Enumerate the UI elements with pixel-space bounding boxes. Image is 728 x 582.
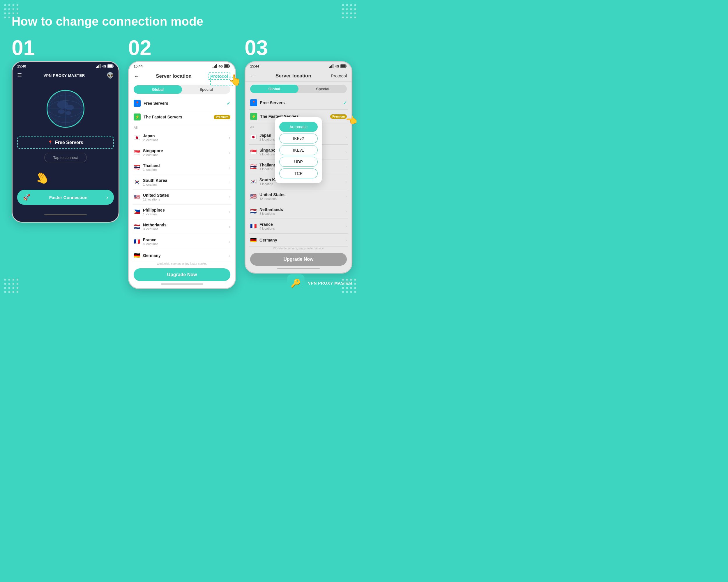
- server-item-fastest[interactable]: ⚡ The Fastest Servers Premium: [132, 110, 232, 124]
- germany-name-03: Germany: [259, 238, 342, 242]
- protocol-option-tcp[interactable]: TCP: [279, 168, 318, 178]
- country-item-japan-02[interactable]: 🇯🇵 Japan 2 locations ›: [132, 130, 232, 145]
- back-arrow-02[interactable]: ←: [134, 73, 139, 79]
- country-item-germany-03[interactable]: 🇩🇪 Germany ›: [249, 234, 348, 247]
- protocol-option-automatic[interactable]: Automatic: [279, 122, 318, 132]
- page-title: How to change connection mode: [11, 15, 353, 29]
- country-item-thailand-02[interactable]: 🇹🇭 Thailand 1 location ›: [132, 160, 232, 175]
- southkorea-sub-02: 1 location: [143, 183, 226, 186]
- svg-rect-28: [346, 65, 347, 67]
- tabs-row-03: Global Special: [250, 85, 347, 93]
- home-indicator-02: [161, 283, 203, 285]
- protocol-label-03[interactable]: Protocol: [331, 73, 347, 78]
- step-01-number: 01: [11, 37, 120, 58]
- back-arrow-03[interactable]: ←: [250, 73, 256, 79]
- country-item-germany-02[interactable]: 🇩🇪 Germany ›: [132, 249, 232, 262]
- us-sub-03: 12 locations: [259, 197, 342, 200]
- battery-icon-02: [224, 64, 230, 68]
- netherlands-name-03: Netherlands: [259, 207, 342, 212]
- flag-germany-03: 🇩🇪: [250, 237, 257, 243]
- france-sub-03: 4 locations: [259, 227, 342, 230]
- philippines-name-02: Philippines: [143, 208, 226, 213]
- chevron-netherlands-03: ›: [345, 209, 347, 214]
- singapore-sub-02: 2 locations: [143, 153, 226, 157]
- tab-global-03[interactable]: Global: [250, 85, 298, 93]
- battery-icon-03: [340, 64, 347, 68]
- svg-rect-19: [216, 64, 217, 68]
- japan-sub-02: 2 locations: [143, 138, 226, 142]
- tap-connect-button[interactable]: Tap to connect: [44, 153, 87, 162]
- netherlands-sub-03: 3 locations: [259, 212, 342, 215]
- country-item-france-03[interactable]: 🇫🇷 France 4 locations ›: [249, 219, 348, 234]
- time-02: 15:44: [134, 64, 143, 68]
- faster-connection-label: Faster Connection: [49, 195, 88, 200]
- chevron-southkorea-02: ›: [229, 180, 230, 185]
- alien-icon: 👽: [107, 72, 114, 79]
- status-icons-01: 4G: [96, 64, 114, 68]
- svg-rect-3: [100, 64, 101, 68]
- country-item-us-02[interactable]: 🇺🇸 United States 12 locations ›: [132, 190, 232, 204]
- status-bar-01: 15:40 4G: [12, 62, 119, 70]
- server-item-free[interactable]: 📍 Free Servers ✓: [132, 96, 232, 110]
- key-icon: 🔑: [291, 278, 301, 288]
- protocol-option-ikev2[interactable]: IKEv2: [279, 134, 318, 143]
- status-bar-03: 15:44 4G: [245, 62, 352, 70]
- us-sub-02: 12 locations: [143, 198, 226, 201]
- upgrade-btn-03[interactable]: Upgrade Now: [250, 253, 347, 266]
- tab-special-02[interactable]: Special: [182, 85, 230, 94]
- flag-singapore-02: 🇸🇬: [134, 149, 140, 156]
- svg-rect-25: [331, 65, 332, 68]
- network-type-02: 4G: [218, 64, 223, 68]
- phone-01: 15:40 4G: [11, 61, 120, 223]
- thailand-name-02: Thailand: [143, 163, 226, 168]
- section-label-all-02: All: [132, 124, 232, 130]
- status-bar-02: 15:44 4G: [129, 62, 235, 70]
- netherlands-text-02: Netherlands 3 locations: [143, 223, 226, 231]
- country-item-singapore-02[interactable]: 🇸🇬 Singapore 2 locations ›: [132, 145, 232, 160]
- protocol-option-udp[interactable]: UDP: [279, 157, 318, 167]
- svg-rect-6: [108, 65, 112, 67]
- step-03: 03 15:44 4G: [244, 37, 353, 274]
- upgrade-btn-02[interactable]: Upgrade Now: [134, 268, 230, 281]
- vpn-brand-text: VPN PROXY MASTER: [308, 281, 353, 285]
- tabs-row-02: Global Special: [134, 85, 230, 94]
- france-text-03: France 4 locations: [259, 222, 342, 230]
- phone-01-header: ☰ VPN PROXY MASTER 👽: [12, 70, 119, 81]
- chevron-thailand-02: ›: [229, 165, 230, 170]
- flag-netherlands-02: 🇳🇱: [134, 223, 140, 230]
- globe-graphic: [47, 90, 84, 128]
- free-servers-text: Free Servers: [144, 101, 224, 106]
- network-type-01: 4G: [102, 64, 106, 68]
- protocol-option-ikev1[interactable]: IKEv1: [279, 145, 318, 155]
- country-item-netherlands-02[interactable]: 🇳🇱 Netherlands 3 locations ›: [132, 219, 232, 234]
- country-item-netherlands-03[interactable]: 🇳🇱 Netherlands 3 locations ›: [249, 204, 348, 219]
- free-servers-icon-03: 📍: [250, 99, 257, 106]
- step-03-phone-wrapper: 15:44 4G: [244, 61, 353, 274]
- tab-special-03[interactable]: Special: [298, 85, 347, 93]
- phone-03: 15:44 4G: [244, 61, 353, 274]
- signal-icon-02: [213, 64, 217, 68]
- chevron-singapore-02: ›: [229, 150, 230, 155]
- philippines-sub-02: 1 location: [143, 213, 226, 216]
- country-item-france-02[interactable]: 🇫🇷 France 4 locations ›: [132, 234, 232, 249]
- faster-connection-bar[interactable]: 🚀 Faster Connection ›: [17, 190, 114, 205]
- country-item-philippines-02[interactable]: 🇵🇭 Philippines 1 location ›: [132, 204, 232, 219]
- screen-title-03: Server location: [276, 73, 311, 79]
- france-name-02: France: [143, 238, 226, 242]
- screen-title-02: Server location: [156, 73, 191, 79]
- step-01-phone-wrapper: 15:40 4G: [11, 61, 120, 223]
- flag-germany-02: 🇩🇪: [134, 252, 140, 259]
- us-name-02: United States: [143, 193, 226, 198]
- check-mark-free: ✓: [227, 101, 230, 106]
- free-servers-button[interactable]: 📍 Free Servers: [17, 137, 114, 149]
- tab-global-02[interactable]: Global: [134, 85, 182, 94]
- country-item-us-03[interactable]: 🇺🇸 United States 12 locations ›: [249, 189, 348, 204]
- free-servers-label: Free Servers: [55, 140, 83, 145]
- thailand-sub-02: 1 location: [143, 168, 226, 171]
- fastest-servers-icon: ⚡: [134, 113, 141, 120]
- country-item-southkorea-02[interactable]: 🇰🇷 South Korea 1 location ›: [132, 175, 232, 190]
- flag-france-02: 🇫🇷: [134, 238, 140, 245]
- step-01: 01 15:40 4G: [11, 37, 120, 223]
- server-item-free-03[interactable]: 📍 Free Servers ✓: [249, 96, 348, 110]
- netherlands-name-02: Netherlands: [143, 223, 226, 227]
